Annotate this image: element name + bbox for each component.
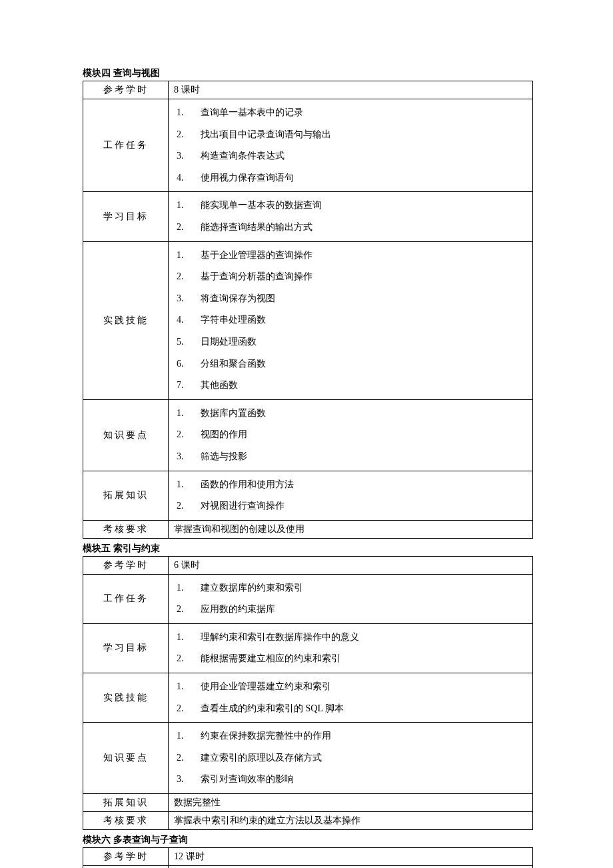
list-number: 1. (174, 104, 190, 122)
list-item: 1.数据库内置函数 (174, 403, 528, 425)
list-number: 2. (174, 650, 190, 668)
list-number: 1. (174, 476, 190, 494)
list-number: 3. (174, 290, 190, 308)
row-content: 1.约束在保持数据完整性中的作用2.建立索引的原理以及存储方式3.索引对查询效率… (169, 723, 533, 794)
list-item: 4.使用视力保存查询语句 (174, 167, 528, 189)
list-item: 4.字符串处理函数 (174, 309, 528, 331)
list-item: 1.约束在保持数据完整性中的作用 (174, 725, 528, 747)
row-label: 学习目标 (83, 192, 169, 241)
list-text: 分组和聚合函数 (190, 355, 266, 373)
list-text: 其他函数 (190, 377, 238, 395)
list-number: 1. (174, 629, 190, 647)
row-label: 考核要求 (83, 812, 169, 830)
list-number: 1. (174, 247, 190, 265)
row-label: 工作任务 (83, 866, 169, 868)
list-item: 1.建立数据库的约束和索引 (174, 577, 528, 599)
module-table: 参考学时12 课时工作任务1.实现多表间连接查询2.实现单表内连接查询3.实现嵌… (83, 847, 533, 868)
row-content: 1.查询单一基本表中的记录2.找出项目中记录查询语句与输出3.构造查询条件表达式… (169, 99, 533, 192)
row-content: 1.使用企业管理器建立约束和索引2.查看生成的约束和索引的 SQL 脚本 (169, 673, 533, 723)
table-row: 参考学时12 课时 (83, 848, 533, 866)
row-text: 12 课时 (174, 851, 205, 861)
list-text: 筛选与投影 (190, 448, 247, 466)
row-label: 参考学时 (83, 848, 169, 866)
list-number: 1. (174, 678, 190, 696)
list-number: 4. (174, 169, 190, 187)
list-text: 将查询保存为视图 (190, 290, 275, 308)
list-item: 2.找出项目中记录查询语句与输出 (174, 124, 528, 146)
table-row: 拓展知识1.函数的作用和使用方法2.对视图进行查询操作 (83, 471, 533, 520)
list-text: 使用视力保存查询语句 (190, 169, 294, 187)
list-item: 2.查看生成的约束和索引的 SQL 脚本 (174, 698, 528, 720)
table-row: 工作任务1.建立数据库的约束和索引2.应用数的约束据库 (83, 574, 533, 623)
list-text: 理解约束和索引在数据库操作中的意义 (190, 629, 359, 647)
table-row: 工作任务1.查询单一基本表中的记录2.找出项目中记录查询语句与输出3.构造查询条… (83, 99, 533, 192)
row-content: 1.建立数据库的约束和索引2.应用数的约束据库 (169, 574, 533, 623)
row-content: 掌握表中索引和约束的建立方法以及基本操作 (169, 812, 533, 830)
table-row: 工作任务1.实现多表间连接查询2.实现单表内连接查询3.实现嵌套查询4.找出项目… (83, 866, 533, 868)
row-label: 实践技能 (83, 241, 169, 399)
list-text: 构造查询条件表达式 (190, 147, 285, 165)
list-text: 字符串处理函数 (190, 311, 266, 329)
list-item: 1.查询单一基本表中的记录 (174, 102, 528, 124)
page-content: 模块四 查询与视图参考学时8 课时工作任务1.查询单一基本表中的记录2.找出项目… (83, 67, 533, 868)
table-row: 拓展知识数据完整性 (83, 794, 533, 812)
row-label: 知识要点 (83, 399, 169, 471)
table-row: 学习目标1.理解约束和索引在数据库操作中的意义2.能根据需要建立相应的约束和索引 (83, 623, 533, 673)
row-label: 知识要点 (83, 723, 169, 794)
list-item: 5.日期处理函数 (174, 331, 528, 353)
table-row: 知识要点1.约束在保持数据完整性中的作用2.建立索引的原理以及存储方式3.索引对… (83, 723, 533, 794)
row-label: 参考学时 (83, 81, 169, 99)
row-label: 工作任务 (83, 99, 169, 192)
list-number: 2. (174, 497, 190, 515)
list-number: 2. (174, 426, 190, 444)
row-content: 8 课时 (169, 81, 533, 99)
table-row: 考核要求掌握查询和视图的创建以及使用 (83, 520, 533, 538)
list-number: 2. (174, 126, 190, 144)
row-label: 拓展知识 (83, 471, 169, 520)
row-content: 1.实现多表间连接查询2.实现单表内连接查询3.实现嵌套查询4.找出项目中所使用… (169, 866, 533, 868)
list-number: 2. (174, 749, 190, 767)
list-text: 建立数据库的约束和索引 (190, 579, 303, 597)
module-title: 模块四 查询与视图 (83, 67, 533, 79)
list-text: 基于企业管理器的查询操作 (190, 247, 312, 265)
list-item: 1.能实现单一基本表的数据查询 (174, 195, 528, 217)
table-row: 知识要点1.数据库内置函数2.视图的作用3.筛选与投影 (83, 399, 533, 471)
list-text: 使用企业管理器建立约束和索引 (190, 678, 331, 696)
list-number: 6. (174, 355, 190, 373)
row-content: 1.数据库内置函数2.视图的作用3.筛选与投影 (169, 399, 533, 471)
list-number: 1. (174, 405, 190, 423)
table-row: 考核要求掌握表中索引和约束的建立方法以及基本操作 (83, 812, 533, 830)
row-content: 1.基于企业管理器的查询操作2.基于查询分析器的查询操作3.将查询保存为视图4.… (169, 241, 533, 399)
list-item: 3.筛选与投影 (174, 446, 528, 468)
module-table: 参考学时6 课时工作任务1.建立数据库的约束和索引2.应用数的约束据库学习目标1… (83, 556, 533, 830)
list-item: 2.视图的作用 (174, 424, 528, 446)
list-number: 3. (174, 147, 190, 165)
list-item: 2.能根据需要建立相应的约束和索引 (174, 648, 528, 670)
list-item: 1.理解约束和索引在数据库操作中的意义 (174, 627, 528, 649)
list-number: 2. (174, 601, 190, 619)
list-item: 1.使用企业管理器建立约束和索引 (174, 676, 528, 698)
row-text: 掌握表中索引和约束的建立方法以及基本操作 (174, 815, 360, 825)
list-text: 查询单一基本表中的记录 (190, 104, 303, 122)
list-text: 数据库内置函数 (190, 405, 266, 423)
list-text: 能选择查询结果的输出方式 (190, 219, 312, 237)
module-title: 模块五 索引与约束 (83, 543, 533, 555)
table-row: 参考学时8 课时 (83, 81, 533, 99)
table-row: 参考学时6 课时 (83, 556, 533, 574)
list-item: 2.应用数的约束据库 (174, 599, 528, 621)
list-text: 基于查询分析器的查询操作 (190, 268, 312, 286)
row-content: 掌握查询和视图的创建以及使用 (169, 520, 533, 538)
list-item: 6.分组和聚合函数 (174, 353, 528, 375)
module-table: 参考学时8 课时工作任务1.查询单一基本表中的记录2.找出项目中记录查询语句与输… (83, 81, 533, 539)
list-number: 2. (174, 268, 190, 286)
list-text: 约束在保持数据完整性中的作用 (190, 727, 331, 745)
list-item: 3.索引对查询效率的影响 (174, 769, 528, 791)
list-number: 1. (174, 727, 190, 745)
list-text: 找出项目中记录查询语句与输出 (190, 126, 331, 144)
row-content: 6 课时 (169, 556, 533, 574)
list-item: 2.建立索引的原理以及存储方式 (174, 747, 528, 769)
list-item: 2.基于查询分析器的查询操作 (174, 266, 528, 288)
list-number: 7. (174, 377, 190, 395)
list-item: 3.构造查询条件表达式 (174, 145, 528, 167)
list-number: 4. (174, 311, 190, 329)
